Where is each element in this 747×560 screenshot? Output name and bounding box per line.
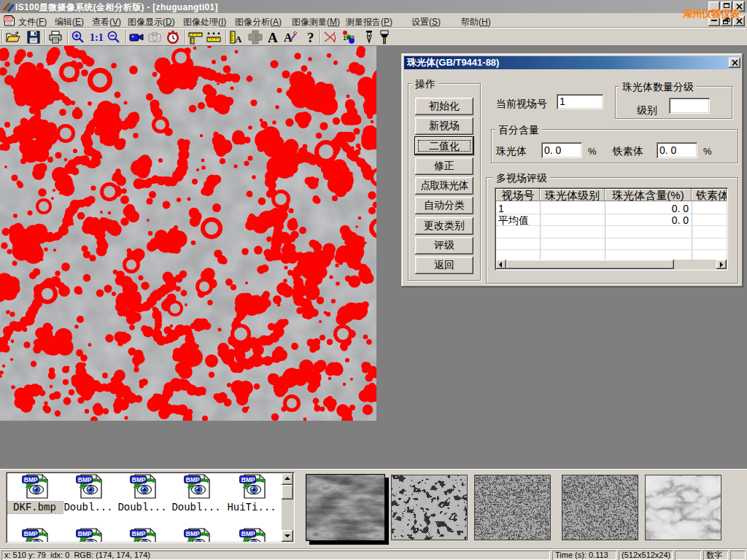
svg-text:BMP: BMP <box>78 530 92 537</box>
svg-text:BMP: BMP <box>241 530 255 537</box>
svg-text:A: A <box>268 30 278 44</box>
svg-text:A: A <box>235 34 242 44</box>
svg-text:BMP: BMP <box>24 476 38 483</box>
svg-text:BMP: BMP <box>186 530 200 537</box>
svg-text:BMP: BMP <box>132 476 146 483</box>
svg-text:1: 1 <box>343 34 347 42</box>
svg-text:BMP: BMP <box>78 476 92 483</box>
svg-text:BMP: BMP <box>132 530 146 537</box>
svg-text:DOC: DOC <box>5 18 13 21</box>
svg-text:?: ? <box>307 30 314 44</box>
svg-text:BMP: BMP <box>186 476 200 483</box>
svg-text:BMP: BMP <box>24 530 38 537</box>
svg-text:BMP: BMP <box>241 476 255 483</box>
svg-text:A: A <box>284 31 293 44</box>
svg-text:1:1: 1:1 <box>90 32 104 43</box>
